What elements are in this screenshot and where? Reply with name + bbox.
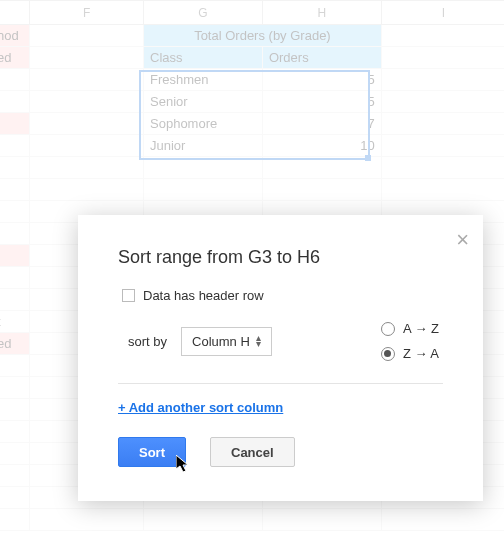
cell[interactable]: t <box>0 311 30 333</box>
table-row[interactable]: Junior <box>144 135 263 157</box>
table-row[interactable]: Sophomore <box>144 113 263 135</box>
cell[interactable] <box>0 443 30 465</box>
divider <box>118 383 443 384</box>
radio-icon <box>381 347 395 361</box>
cell[interactable] <box>0 355 30 377</box>
cell[interactable] <box>262 179 381 201</box>
cell[interactable] <box>30 179 144 201</box>
add-sort-column-link[interactable]: + Add another sort column <box>118 400 283 415</box>
cell[interactable]: ed <box>0 333 30 355</box>
cell[interactable] <box>144 157 263 179</box>
cell[interactable] <box>30 47 144 69</box>
cell[interactable] <box>0 267 30 289</box>
dialog-title: Sort range from G3 to H6 <box>118 247 443 268</box>
col-header-g[interactable]: G <box>144 1 263 25</box>
column-select-value: Column H <box>192 334 250 349</box>
header-row-label: Data has header row <box>143 288 264 303</box>
column-headers-row: F G H I <box>0 1 504 25</box>
cell[interactable] <box>30 25 144 47</box>
cell[interactable] <box>0 377 30 399</box>
cell[interactable] <box>0 509 30 531</box>
cell[interactable] <box>30 69 144 91</box>
table-row[interactable]: 7 <box>262 113 381 135</box>
table-row[interactable]: Senior <box>144 91 263 113</box>
col-header-e[interactable] <box>0 1 30 25</box>
cell[interactable] <box>381 157 504 179</box>
table-row[interactable]: 5 <box>262 91 381 113</box>
cell[interactable] <box>0 421 30 443</box>
cell[interactable] <box>381 179 504 201</box>
header-orders[interactable]: Orders <box>262 47 381 69</box>
col-header-h[interactable]: H <box>262 1 381 25</box>
cell[interactable] <box>381 135 504 157</box>
cell[interactable] <box>0 113 30 135</box>
cell[interactable] <box>0 179 30 201</box>
cell[interactable] <box>30 113 144 135</box>
cell[interactable] <box>262 157 381 179</box>
cell[interactable] <box>0 289 30 311</box>
cell[interactable] <box>144 509 263 531</box>
cell[interactable] <box>30 135 144 157</box>
cell[interactable]: hod <box>0 25 30 47</box>
cell[interactable] <box>262 509 381 531</box>
close-icon[interactable]: × <box>456 229 469 251</box>
cell[interactable] <box>381 69 504 91</box>
cell[interactable] <box>0 157 30 179</box>
header-row-checkbox-row[interactable]: Data has header row <box>122 288 443 303</box>
checkbox-icon[interactable] <box>122 289 135 302</box>
radio-za[interactable]: Z → A <box>381 346 439 361</box>
radio-icon <box>381 322 395 336</box>
table-row[interactable]: 5 <box>262 69 381 91</box>
cell[interactable] <box>381 509 504 531</box>
cell[interactable]: ed <box>0 47 30 69</box>
cell[interactable] <box>381 113 504 135</box>
sort-button[interactable]: Sort <box>118 437 186 467</box>
cell[interactable] <box>30 91 144 113</box>
cell[interactable] <box>30 509 144 531</box>
table-row[interactable]: Freshmen <box>144 69 263 91</box>
cell[interactable] <box>30 157 144 179</box>
cell[interactable] <box>381 91 504 113</box>
chevron-updown-icon: ▴▾ <box>256 335 261 347</box>
radio-az[interactable]: A → Z <box>381 321 439 336</box>
cell[interactable] <box>0 465 30 487</box>
cell[interactable] <box>0 487 30 509</box>
col-header-i[interactable]: I <box>381 1 504 25</box>
header-class[interactable]: Class <box>144 47 263 69</box>
col-header-f[interactable]: F <box>30 1 144 25</box>
cell[interactable] <box>144 179 263 201</box>
cell[interactable] <box>0 201 30 223</box>
cell[interactable] <box>0 245 30 267</box>
cell[interactable] <box>0 223 30 245</box>
radio-za-label: Z → A <box>403 346 439 361</box>
cell[interactable] <box>381 47 504 69</box>
sort-range-dialog: × Sort range from G3 to H6 Data has head… <box>78 215 483 501</box>
cell[interactable] <box>381 25 504 47</box>
cell[interactable] <box>0 91 30 113</box>
cell[interactable] <box>0 135 30 157</box>
table-row[interactable]: 10 <box>262 135 381 157</box>
radio-az-label: A → Z <box>403 321 439 336</box>
sort-by-label: sort by <box>128 334 167 349</box>
cell[interactable] <box>0 399 30 421</box>
cancel-button[interactable]: Cancel <box>210 437 295 467</box>
column-select[interactable]: Column H ▴▾ <box>181 327 272 356</box>
table-title[interactable]: Total Orders (by Grade) <box>144 25 382 47</box>
cell[interactable] <box>0 69 30 91</box>
